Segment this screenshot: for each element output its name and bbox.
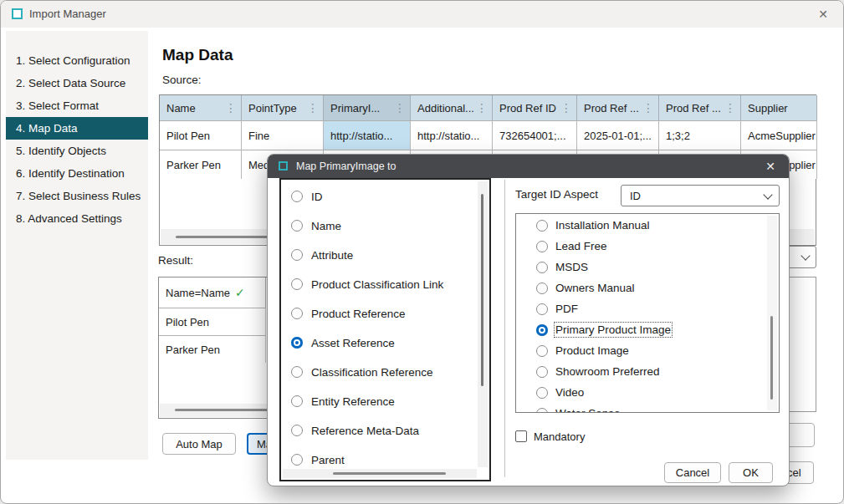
sidebar-item[interactable]: 5. Identify Objects: [6, 140, 148, 162]
column-menu-icon[interactable]: ⋮: [724, 101, 736, 115]
table-cell[interactable]: Parker Pen: [160, 150, 242, 179]
sidebar-item[interactable]: 7. Select Business Rules: [6, 185, 148, 207]
sidebar-item[interactable]: 3. Select Format: [6, 94, 148, 117]
aspect-option[interactable]: PDF: [536, 299, 762, 318]
map-type-option[interactable]: Reference Meta-Data: [291, 418, 473, 443]
radio-icon[interactable]: [291, 249, 303, 261]
sidebar-item[interactable]: 4. Map Data: [6, 117, 148, 140]
table-cell[interactable]: http://statio...: [411, 120, 493, 150]
aspect-option[interactable]: Owners Manual: [536, 278, 762, 298]
auto-map-button[interactable]: Auto Map: [162, 433, 236, 455]
column-header[interactable]: Supplier: [741, 95, 817, 120]
close-icon[interactable]: ✕: [815, 6, 831, 23]
radio-icon[interactable]: [536, 324, 548, 336]
column-menu-icon[interactable]: ⋮: [307, 101, 319, 115]
option-label: Primary Product Image: [555, 323, 671, 336]
aspect-option[interactable]: Primary Product Image: [536, 320, 762, 339]
option-label: Installation Manual: [555, 219, 650, 232]
radio-icon[interactable]: [536, 387, 548, 399]
aspect-option[interactable]: Water Sense: [536, 404, 762, 413]
wizard-sidebar: 1. Select Configuration2. Select Data So…: [6, 31, 148, 460]
sidebar-item[interactable]: 8. Advanced Settings: [6, 207, 148, 230]
column-header[interactable]: Prod Ref ID⋮: [493, 95, 577, 120]
radio-icon[interactable]: [536, 408, 548, 414]
column-menu-icon[interactable]: ⋮: [476, 101, 488, 115]
target-id-aspect-select[interactable]: ID: [621, 185, 780, 206]
table-cell[interactable]: Fine: [242, 120, 324, 150]
scrollbar-thumb[interactable]: [333, 472, 446, 475]
table-cell[interactable]: AcmeSupplier: [741, 120, 817, 150]
dialog-ok-button[interactable]: OK: [729, 462, 773, 483]
map-type-option[interactable]: Product Classification Link: [291, 272, 473, 297]
result-column-header[interactable]: Name=Name ✓: [159, 277, 266, 308]
mandatory-label: Mandatory: [534, 430, 585, 443]
aspect-option[interactable]: Video: [536, 383, 762, 402]
radio-icon[interactable]: [291, 220, 303, 232]
aspect-option[interactable]: Installation Manual: [536, 216, 762, 235]
column-header[interactable]: Name⋮: [160, 95, 242, 120]
radio-icon[interactable]: [536, 220, 548, 232]
app-icon: [12, 8, 23, 19]
option-label: Product Reference: [311, 308, 406, 320]
sidebar-item[interactable]: 1. Select Configuration: [6, 49, 148, 72]
map-type-option[interactable]: Attribute: [291, 242, 473, 267]
sidebar-item[interactable]: 2. Select Data Source: [6, 72, 148, 94]
scrollbar-thumb[interactable]: [770, 316, 773, 400]
map-type-option[interactable]: Product Reference: [291, 301, 473, 326]
column-header[interactable]: PrimaryI...⋮: [324, 95, 411, 120]
map-type-option[interactable]: Parent: [291, 447, 473, 472]
radio-icon[interactable]: [536, 345, 548, 357]
map-type-option[interactable]: Entity Reference: [291, 389, 473, 414]
table-cell[interactable]: Pilot Pen: [160, 120, 242, 150]
result-row[interactable]: Pilot Pen: [159, 308, 266, 335]
mandatory-row[interactable]: Mandatory: [515, 428, 585, 445]
radio-icon[interactable]: [536, 241, 548, 252]
column-menu-icon[interactable]: ⋮: [225, 101, 237, 115]
radio-icon[interactable]: [291, 454, 303, 466]
dialog-close-icon[interactable]: ✕: [762, 158, 779, 175]
table-cell[interactable]: 1;3;2: [659, 120, 741, 150]
table-cell[interactable]: http://statio...: [324, 120, 411, 150]
radio-icon[interactable]: [291, 191, 303, 202]
aspect-vertical-scrollbar[interactable]: [767, 216, 777, 410]
column-menu-icon[interactable]: ⋮: [560, 101, 572, 115]
map-type-option[interactable]: Classification Reference: [291, 359, 473, 384]
sidebar-item[interactable]: 6. Identify Destination: [6, 162, 148, 185]
map-type-option[interactable]: Name: [291, 213, 473, 238]
option-label: Asset Reference: [311, 337, 395, 349]
option-label: Video: [555, 386, 584, 399]
radio-icon[interactable]: [291, 278, 303, 290]
radio-icon[interactable]: [291, 395, 303, 407]
column-menu-icon[interactable]: ⋮: [642, 101, 654, 115]
column-header[interactable]: Additional...⋮: [411, 95, 493, 120]
radio-icon[interactable]: [291, 425, 303, 436]
radio-icon[interactable]: [536, 262, 548, 273]
window-titlebar: Import Manager ✕: [1, 1, 843, 28]
aspect-option[interactable]: MSDS: [536, 257, 762, 277]
radio-icon[interactable]: [291, 337, 303, 349]
map-type-option[interactable]: Asset Reference: [291, 330, 473, 355]
map-type-vertical-scrollbar[interactable]: [478, 181, 488, 467]
aspect-option[interactable]: Product Image: [536, 341, 762, 360]
column-header[interactable]: Prod Ref ...⋮: [577, 95, 659, 120]
table-cell[interactable]: 732654001;...: [493, 120, 577, 150]
window-title: Import Manager: [29, 8, 106, 20]
scrollbar-thumb[interactable]: [481, 194, 483, 386]
table-cell[interactable]: 2025-01-01;...: [577, 120, 659, 150]
radio-icon[interactable]: [536, 366, 548, 378]
chevron-down-icon: [763, 190, 772, 199]
result-row[interactable]: Parker Pen: [159, 335, 266, 363]
column-header[interactable]: Prod Ref ...⋮: [659, 95, 741, 120]
radio-icon[interactable]: [291, 366, 303, 378]
column-menu-icon[interactable]: ⋮: [394, 101, 406, 115]
radio-icon[interactable]: [291, 308, 303, 319]
dialog-cancel-button[interactable]: Cancel: [664, 462, 721, 483]
aspect-option[interactable]: Lead Free: [536, 237, 762, 256]
column-header[interactable]: PointType⋮: [242, 95, 324, 120]
mandatory-checkbox[interactable]: [515, 430, 527, 442]
aspect-option[interactable]: Showroom Preferred: [536, 362, 762, 381]
radio-icon[interactable]: [536, 303, 548, 315]
option-label: Attribute: [311, 249, 353, 262]
map-type-option[interactable]: ID: [291, 184, 473, 209]
radio-icon[interactable]: [536, 283, 548, 294]
